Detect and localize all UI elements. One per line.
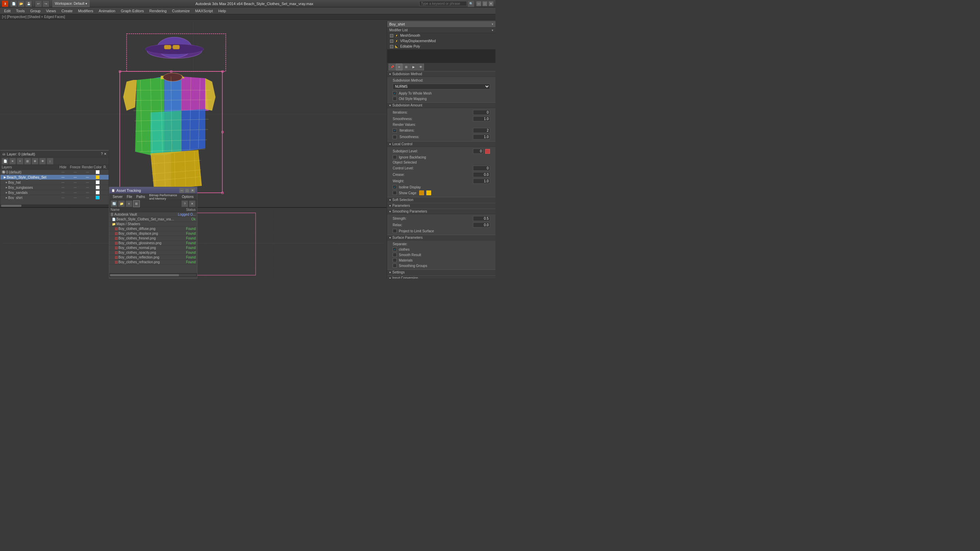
search-input[interactable]	[419, 1, 467, 6]
section-local-control[interactable]: Local Control	[387, 141, 495, 147]
relax-input[interactable]	[473, 222, 490, 227]
asset-row-refraction[interactable]: 🖼 Boy_clothes_refraction.png Found	[109, 260, 197, 265]
asset-menu-file[interactable]: File	[124, 195, 134, 199]
materials-checkbox[interactable]	[393, 258, 397, 262]
layer-delete-btn[interactable]: ✕	[9, 158, 16, 165]
search-btn[interactable]: 🔍	[468, 0, 474, 7]
pin-icon[interactable]: 📌	[388, 64, 395, 70]
layer-row-sunglasses[interactable]: ▸ Boy_sunglasses — — —	[0, 185, 108, 190]
asset-row-glossiness[interactable]: 🖼 Boy_clothes_glossiness.png Found	[109, 241, 197, 246]
show-cage-checkbox[interactable]	[393, 191, 397, 195]
layer-row-beach-clothes[interactable]: ▶ Beach_Style_Clothes_Set — — —	[0, 175, 108, 180]
asset-menu-paths[interactable]: Paths	[134, 195, 147, 199]
asset-close2-btn[interactable]: ✕	[189, 200, 196, 207]
layer-add-btn[interactable]: +	[17, 158, 24, 165]
open-btn[interactable]: 📂	[18, 0, 24, 7]
modifier-icon[interactable]: ≡	[396, 64, 402, 70]
layer-row-default[interactable]: 🔘 0 (default) — — —	[0, 170, 108, 175]
asset-refresh-btn[interactable]: 🔄	[111, 200, 118, 207]
smooth-result-checkbox[interactable]	[393, 247, 397, 251]
layer-row-hat[interactable]: ▸ Boy_hat — — —	[0, 180, 108, 185]
layer-freeze-btn[interactable]: ❄	[32, 158, 38, 165]
asset-row-reflection[interactable]: 🖼 Boy_clothes_reflection.png Found	[109, 255, 197, 260]
layer-close-btn[interactable]: ✕	[104, 152, 107, 156]
smoothness-input[interactable]	[473, 116, 490, 121]
asset-grid-btn[interactable]: ⊞	[133, 200, 140, 207]
asset-menu-bitmap[interactable]: Bitmap Performance and Memory	[147, 193, 180, 201]
section-parameters[interactable]: Parameters	[387, 203, 495, 208]
asset-row-opacity[interactable]: 🖼 Boy_clothes_opacity.png Found	[109, 250, 197, 255]
menu-graph-editors[interactable]: Graph Editors	[118, 8, 147, 14]
display-icon[interactable]: 👁	[417, 64, 424, 70]
asset-menu-server[interactable]: Server	[111, 195, 124, 199]
workspace-dropdown[interactable]: Workspace: Default ▾	[52, 0, 89, 7]
asset-folder-btn[interactable]: 📁	[118, 200, 125, 207]
menu-help[interactable]: Help	[216, 8, 229, 14]
modifier-meshsmooth[interactable]: ⚡ MeshSmooth	[387, 33, 495, 38]
old-style-mapping-checkbox[interactable]	[393, 97, 397, 101]
close-btn[interactable]: ✕	[488, 2, 493, 6]
asset-row-diffuse[interactable]: 🖼 Boy_clothes_diffuse.png Found	[109, 227, 197, 231]
menu-animation[interactable]: Animation	[96, 8, 118, 14]
menu-group[interactable]: Group	[27, 8, 43, 14]
section-settings[interactable]: Settings	[387, 269, 495, 275]
modifier-editable-poly[interactable]: 📐 Editable Poly	[387, 44, 495, 49]
menu-customize[interactable]: Customize	[169, 8, 192, 14]
layer-expand-btn[interactable]: ↕	[47, 158, 53, 165]
minimize-btn[interactable]: ─	[476, 2, 481, 6]
section-soft-selection[interactable]: Soft Selection	[387, 197, 495, 203]
asset-row-normal[interactable]: 🖼 Boy_clothes_normal.png Found	[109, 246, 197, 250]
project-to-limit-checkbox[interactable]	[393, 229, 397, 233]
section-surface-parameters[interactable]: Surface Parameters	[387, 235, 495, 240]
section-smoothing-parameters[interactable]: Smoothing Parameters	[387, 208, 495, 214]
cage-color-2[interactable]	[426, 191, 431, 195]
crease-input[interactable]	[473, 172, 490, 177]
asset-row-vault[interactable]: 🗄 Autodesk Vault Logged O...	[109, 212, 197, 217]
menu-modifiers[interactable]: Modifiers	[75, 8, 96, 14]
asset-minimize-btn[interactable]: ─	[179, 188, 184, 193]
new-btn[interactable]: 📄	[10, 0, 17, 7]
asset-row-displace[interactable]: 🖼 Boy_clothes_displace.png Found	[109, 231, 197, 236]
menu-maxscript[interactable]: MAXScript	[192, 8, 216, 14]
render-iterations-checkbox[interactable]	[393, 129, 397, 133]
render-iterations-input[interactable]	[473, 128, 490, 133]
control-level-input[interactable]	[473, 166, 490, 171]
ignore-backfacing-checkbox[interactable]	[393, 155, 397, 159]
apply-whole-mesh-checkbox[interactable]	[393, 91, 397, 95]
hierarchy-icon[interactable]: ⊞	[403, 64, 410, 70]
section-subdivision-amount[interactable]: Subdivision Amount	[387, 102, 495, 108]
menu-tools[interactable]: Tools	[13, 8, 27, 14]
menu-views[interactable]: Views	[43, 8, 59, 14]
asset-row-fresnel[interactable]: 🖼 Boy_clothes_fresnel.png Found	[109, 236, 197, 241]
asset-help-btn[interactable]: ?	[181, 200, 188, 207]
layer-help-btn[interactable]: ?	[101, 152, 103, 156]
iterations-input[interactable]	[473, 110, 490, 115]
motion-icon[interactable]: ▶	[410, 64, 417, 70]
maximize-btn[interactable]: □	[482, 2, 487, 6]
menu-create[interactable]: Create	[59, 8, 75, 14]
undo-btn[interactable]: ↩	[35, 0, 42, 7]
layer-row-sandals[interactable]: ▸ Boy_sandals — — —	[0, 190, 108, 195]
render-smoothness-input[interactable]	[473, 134, 490, 140]
asset-list-btn[interactable]: ≡	[126, 200, 132, 207]
render-smoothness-checkbox[interactable]	[393, 135, 397, 139]
isoline-display-checkbox[interactable]	[393, 185, 397, 189]
asset-row-maxfile[interactable]: 📄 Beach_Style_Clothes_Set_max_vray.max O…	[109, 217, 197, 222]
save-btn[interactable]: 💾	[25, 0, 32, 7]
asset-close-btn[interactable]: ✕	[190, 188, 195, 193]
smooth-result-2-checkbox[interactable]	[393, 253, 397, 257]
subobject-level-input[interactable]	[473, 149, 483, 154]
redo-btn[interactable]: ↪	[43, 0, 49, 7]
asset-restore-btn[interactable]: □	[185, 188, 189, 193]
layer-select-btn[interactable]: ⊞	[24, 158, 31, 165]
modifier-vray[interactable]: ⚡ VRayDisplacementMod	[387, 38, 495, 44]
section-subdivision-method[interactable]: Subdivision Method	[387, 71, 495, 77]
menu-edit[interactable]: Edit	[2, 8, 13, 14]
asset-row-maps-folder[interactable]: 📁 Maps / Shaders	[109, 222, 197, 227]
asset-menu-options[interactable]: Options	[180, 195, 196, 199]
strength-input[interactable]	[473, 216, 490, 221]
layer-visibility-btn[interactable]: 👁	[39, 158, 46, 165]
section-input-conversion[interactable]: Input Conversion	[387, 275, 495, 279]
weight-input[interactable]	[473, 179, 490, 184]
smoothing-groups-checkbox[interactable]	[393, 264, 397, 268]
